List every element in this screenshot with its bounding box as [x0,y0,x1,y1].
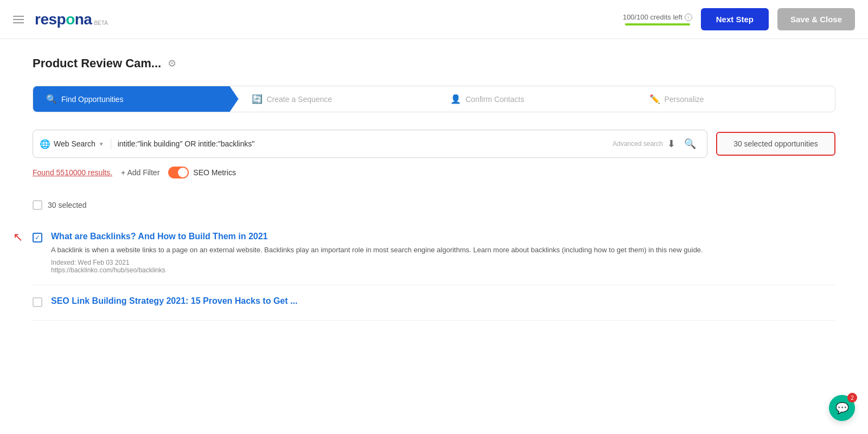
step-find-opportunities-label: Find Opportunities [61,95,123,104]
credits-area: 100/100 credits left i [623,13,692,25]
seo-metrics-label: SEO Metrics [193,168,236,177]
result-title-1[interactable]: What are Backlinks? And How to Build The… [51,232,835,241]
credits-info-icon[interactable]: i [685,14,692,21]
table-row: ↙ ✓ What are Backlinks? And How to Build… [33,221,835,285]
select-all-label: 30 selected [48,201,87,209]
table-row: SEO Link Building Strategy 2021: 15 Prov… [33,285,835,321]
step-personalize-label: Personalize [665,95,704,104]
result-checkbox-2[interactable] [33,297,42,307]
contacts-step-icon: 👤 [450,94,461,104]
search-type-label: Web Search [54,139,95,148]
step-personalize[interactable]: ✏️ Personalize [636,86,835,112]
toggle-knob [178,168,188,177]
download-icon[interactable]: ⬇ [663,138,680,150]
logo-area: respona BETA [35,11,108,28]
search-type-selector[interactable]: 🌐 Web Search ▼ [40,139,111,149]
result-title-2[interactable]: SEO Link Building Strategy 2021: 15 Prov… [51,296,835,306]
credits-value: 100/100 credits left [623,13,682,21]
step-confirm-contacts[interactable]: 👤 Confirm Contacts [437,86,636,112]
search-action-icon[interactable]: 🔍 [680,138,700,150]
steps-bar: 🔍 Find Opportunities 🔄 Create a Sequence… [33,86,835,112]
result-content-2: SEO Link Building Strategy 2021: 15 Prov… [51,296,835,309]
select-all-row: 30 selected [33,194,835,216]
result-checkbox-1[interactable]: ✓ [33,233,42,242]
search-row: 🌐 Web Search ▼ Advanced search ⬇ 🔍 30 se… [33,130,835,158]
page-title: Product Review Cam... [33,56,161,71]
page-title-row: Product Review Cam... ⚙ [33,56,835,71]
checkbox-check-icon: ✓ [35,234,40,241]
header-right: 100/100 credits left i Next Step Save & … [623,8,855,30]
result-indexed-1: Indexed: Wed Feb 03 2021 [51,259,835,266]
search-input[interactable] [111,139,613,148]
sequence-step-icon: 🔄 [252,94,263,104]
select-all-checkbox[interactable] [33,200,42,210]
gear-icon[interactable]: ⚙ [168,58,176,69]
search-step-icon: 🔍 [46,94,57,104]
selected-opportunities-button[interactable]: 30 selected opportunities [716,132,835,156]
seo-metrics-area: SEO Metrics [168,167,236,178]
step-find-opportunities[interactable]: 🔍 Find Opportunities [33,86,239,112]
result-url-1[interactable]: https://backlinko.com/hub/seo/backlinks [51,266,835,274]
personalize-step-icon: ✏️ [649,94,660,104]
step-confirm-contacts-label: Confirm Contacts [465,95,524,104]
advanced-search-hint: Advanced search [612,140,663,148]
seo-metrics-toggle[interactable] [168,167,189,178]
logo-text: respona [35,11,92,28]
search-box: 🌐 Web Search ▼ Advanced search ⬇ 🔍 [33,130,707,158]
credits-bar [625,23,690,25]
chevron-down-icon: ▼ [99,141,104,147]
credits-bar-fill [625,23,690,25]
result-desc-1: A backlink is when a website links to a … [51,245,835,256]
menu-icon[interactable] [13,16,24,23]
step-create-sequence-label: Create a Sequence [267,95,333,104]
app-header: respona BETA 100/100 credits left i Next… [0,0,868,39]
globe-icon: 🌐 [40,139,50,149]
arrow-annotation-icon: ↙ [13,231,23,245]
found-results-text[interactable]: Found 5510000 results. [33,168,112,177]
save-close-button[interactable]: Save & Close [777,8,855,30]
filter-row: Found 5510000 results. + Add Filter SEO … [33,167,835,178]
credits-text: 100/100 credits left i [623,13,692,21]
step-create-sequence[interactable]: 🔄 Create a Sequence [239,86,438,112]
result-content-1: What are Backlinks? And How to Build The… [51,232,835,274]
next-step-button[interactable]: Next Step [701,8,769,30]
add-filter-button[interactable]: + Add Filter [121,168,159,177]
logo-beta: BETA [94,20,107,26]
page-content: Product Review Cam... ⚙ 🔍 Find Opportuni… [0,39,868,338]
results-area: 30 selected ↙ ✓ What are Backlinks? And … [33,194,835,321]
